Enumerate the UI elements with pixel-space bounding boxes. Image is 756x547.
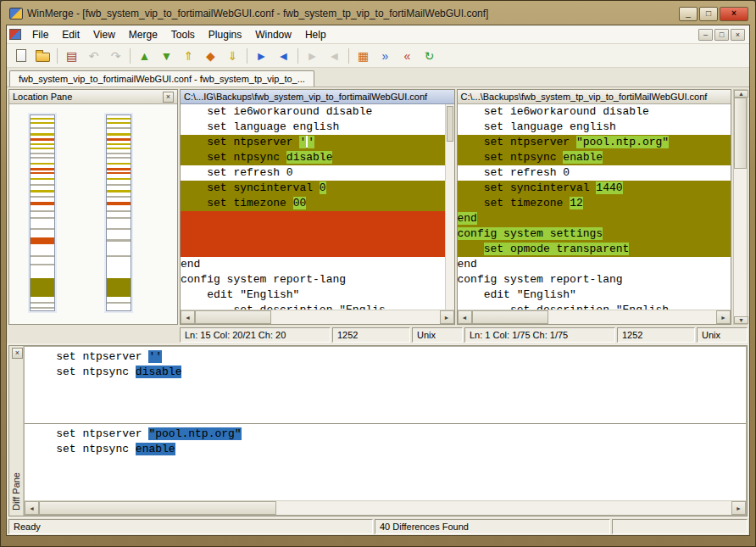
left-hscroll-track[interactable] <box>271 310 440 324</box>
copy-left-advance-button[interactable]: ◄ <box>324 46 345 65</box>
current-diff-icon: ◆ <box>206 50 215 62</box>
diff-stripe <box>31 264 54 265</box>
scroll-left-arrow-icon[interactable]: ◄ <box>181 310 195 324</box>
statusbar: Ready 40 Differences Found <box>7 518 749 535</box>
diff-hscrollbar[interactable]: ◄ ► <box>25 500 746 515</box>
mdi-close-button[interactable]: × <box>731 29 745 41</box>
diff-stripe <box>31 138 54 141</box>
titlebar[interactable]: WinMerge - [fwb_system_vip_to_fortimailW… <box>6 4 750 25</box>
copy-left-button[interactable]: ◄ <box>273 46 294 65</box>
right-hscroll-thumb[interactable] <box>472 310 548 324</box>
mdi-minimize-button[interactable]: – <box>698 29 713 41</box>
diff-stripe <box>31 228 54 230</box>
current-diff-button[interactable]: ◆ <box>200 46 221 65</box>
save-button[interactable]: ▤ <box>61 46 82 65</box>
left-pane-header[interactable]: C:\...IG\Backups\fwb_system_vip_to_forti… <box>181 90 454 104</box>
status-spacer <box>8 327 178 343</box>
right-vscroll-track[interactable] <box>734 169 747 316</box>
diff-stripe <box>31 178 54 180</box>
loc-bar-2[interactable] <box>106 114 131 311</box>
location-pane-close-button[interactable]: × <box>163 92 174 103</box>
scroll-right-arrow-icon[interactable]: ► <box>440 310 454 324</box>
location-pane: Location Pane × <box>8 89 178 325</box>
window-title: WinMerge - [fwb_system_vip_to_fortimailW… <box>27 8 675 20</box>
diff-stripe <box>107 184 131 186</box>
right-vscroll-thumb[interactable] <box>734 98 747 169</box>
mdi-restore-button[interactable]: □ <box>714 29 729 41</box>
close-button[interactable]: × <box>720 7 748 21</box>
left-hscroll-thumb[interactable] <box>195 310 271 324</box>
last-diff-button[interactable]: ⇓ <box>222 46 243 65</box>
right-pane-header[interactable]: C:\...\Backups\fwb_system_tp_vip_to_fort… <box>458 90 731 104</box>
menu-help[interactable]: Help <box>298 26 333 43</box>
scroll-left-arrow-icon[interactable]: ◄ <box>458 310 472 324</box>
scroll-right-arrow-icon[interactable]: ► <box>731 501 746 515</box>
diff-stripe <box>31 302 54 304</box>
diff-stripe <box>31 184 54 186</box>
all-left-button[interactable]: « <box>397 46 418 65</box>
diff-hscroll-thumb[interactable] <box>39 501 276 515</box>
redo-button[interactable]: ↷ <box>105 46 126 65</box>
location-map[interactable] <box>9 104 177 324</box>
diff-stripe <box>31 153 54 154</box>
left-hscrollbar[interactable]: ◄ ► <box>181 310 454 324</box>
copy-right-button[interactable]: ► <box>251 46 272 65</box>
open-button[interactable] <box>32 46 53 65</box>
diff-stripe <box>31 168 54 170</box>
diff-stripe <box>31 255 54 257</box>
diff-stripe <box>107 138 131 141</box>
code-area-right[interactable]: set ie6workaround disable set language e… <box>458 104 731 310</box>
diff-stripe <box>107 190 131 193</box>
scroll-down-arrow-icon[interactable]: ▼ <box>734 316 748 324</box>
menu-view[interactable]: View <box>86 26 122 43</box>
menu-window[interactable]: Window <box>248 26 298 43</box>
next-diff-button[interactable]: ▼ <box>156 46 177 65</box>
menu-edit[interactable]: Edit <box>55 26 86 43</box>
all-right-button[interactable]: » <box>375 46 396 65</box>
code-line: set refresh 0 <box>181 165 454 181</box>
menu-plugins[interactable]: Plugins <box>202 26 248 43</box>
code-line: set ntpserver '' <box>181 135 454 150</box>
left-vscrollbar[interactable] <box>445 104 454 310</box>
right-hscroll-track[interactable] <box>548 310 717 324</box>
menu-file[interactable]: File <box>25 26 55 43</box>
mdi-document-icon[interactable] <box>9 29 21 40</box>
diff-stripe <box>107 153 131 154</box>
mdi-window-controls: – □ × <box>698 29 747 41</box>
auto-merge-button[interactable]: ▦ <box>353 46 374 65</box>
code-line: edit "English" <box>458 287 731 303</box>
copy-right-advance-icon: ► <box>307 50 319 62</box>
diff-stripe <box>107 178 131 180</box>
file-tab[interactable]: fwb_system_vip_to_fortimailWebGUI.conf -… <box>9 70 314 87</box>
menu-merge[interactable]: Merge <box>122 26 164 43</box>
diff-pane-close-button[interactable]: × <box>12 348 23 359</box>
minimize-button[interactable]: _ <box>679 7 698 21</box>
maximize-button[interactable]: □ <box>699 7 718 21</box>
auto-merge-icon: ▦ <box>358 50 369 62</box>
diff-hscroll-track[interactable] <box>276 501 731 515</box>
refresh-button[interactable]: ↻ <box>419 46 440 65</box>
code-area-left[interactable]: set ie6workaround disable set language e… <box>181 104 454 310</box>
undo-button[interactable]: ↶ <box>83 46 104 65</box>
diff-line: set ntpserver "pool.ntp.org" <box>30 427 741 442</box>
right-hscrollbar[interactable]: ◄ ► <box>458 310 731 324</box>
code-line: set syncinterval 0 <box>181 181 454 196</box>
diff-stripe <box>31 196 54 198</box>
first-diff-icon: ⇑ <box>184 50 194 62</box>
copy-right-advance-button[interactable]: ► <box>302 46 323 65</box>
refresh-icon: ↻ <box>425 50 435 62</box>
diff-pane-label: Diff Pane <box>11 471 21 514</box>
loc-bar-1[interactable] <box>30 114 55 311</box>
first-diff-button[interactable]: ⇑ <box>178 46 199 65</box>
scroll-right-arrow-icon[interactable]: ► <box>716 310 731 324</box>
menu-tools[interactable]: Tools <box>164 26 202 43</box>
code-line: set ie6workaround disable <box>181 104 454 120</box>
right-vscrollbar[interactable]: ▲ ▼ <box>733 89 748 325</box>
new-file-button[interactable] <box>10 46 31 65</box>
code-line: set ie6workaround disable <box>458 104 731 120</box>
prev-diff-button[interactable]: ▲ <box>134 46 155 65</box>
code-line <box>181 211 454 226</box>
scroll-left-arrow-icon[interactable]: ◄ <box>25 501 39 515</box>
left-vscroll-thumb[interactable] <box>447 106 453 142</box>
scroll-up-arrow-icon[interactable]: ▲ <box>734 90 748 98</box>
